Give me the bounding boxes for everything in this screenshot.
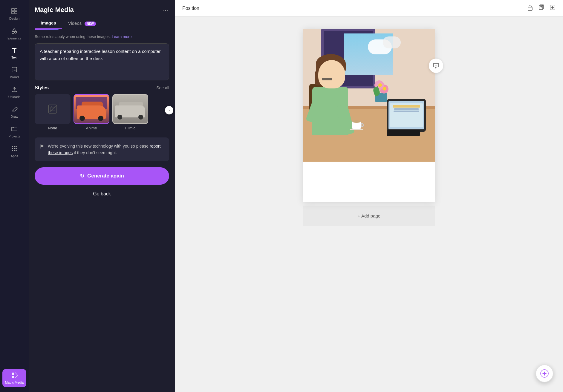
sidebar-item-projects[interactable]: Projects [2,122,26,141]
svg-rect-3 [15,11,17,14]
canvas-whitespace [303,162,435,202]
text-icon: T [12,47,17,54]
sidebar-item-draw-label: Draw [10,115,18,118]
svg-point-8 [12,146,13,147]
illustration-flower-center-1 [383,87,386,91]
sidebar-item-brand[interactable]: CO Brand [2,63,26,82]
add-page-button[interactable]: + Add page [358,213,380,218]
tab-videos-label: Videos [68,21,82,26]
tab-images[interactable]: Images [35,17,62,29]
style-item-filmic[interactable]: Filmic [112,94,148,130]
sidebar-item-text-label: Text [11,56,17,59]
go-back-button[interactable]: Go back [35,188,169,200]
svg-rect-0 [12,8,14,11]
styles-carousel: None Anime [35,94,169,130]
generate-again-button[interactable]: ↻ Generate again [35,167,169,185]
anime-thumb-illustration [74,95,109,123]
magic-floating-button[interactable] [536,365,553,382]
illustration-screen-bar-3 [394,111,420,112]
see-all-button[interactable]: See all [156,85,169,90]
svg-rect-17 [12,376,14,378]
style-thumb-anime [74,94,109,124]
sidebar-item-design[interactable]: Design [2,5,26,23]
sidebar-item-brand-label: Brand [10,75,19,79]
uploads-icon [11,86,18,94]
sidebar-item-elements[interactable]: Elements [2,24,26,43]
copy-to-page-icon[interactable] [538,4,544,12]
svg-rect-4 [12,31,14,33]
style-label-filmic: Filmic [125,126,135,130]
svg-point-9 [14,146,15,147]
refresh-icon: ↻ [80,173,84,179]
style-label-none: None [48,126,57,130]
learn-more-link[interactable]: Learn more [112,34,131,39]
svg-point-15 [14,150,15,151]
styles-title: Styles [35,85,49,91]
canvas-document [303,29,435,202]
prompt-input[interactable] [40,48,164,75]
illustration-cloud-2 [383,36,401,48]
magic-media-panel: Magic Media ··· Images Videos NEW Some r… [29,0,175,392]
sidebar-item-uploads[interactable]: Uploads [2,83,26,102]
style-item-none[interactable]: None [35,94,71,130]
sidebar-item-apps[interactable]: Apps [2,142,26,161]
magic-media-icon [11,372,18,379]
svg-point-21 [51,107,52,108]
top-bar-icons [527,4,556,12]
svg-rect-1 [15,8,17,11]
style-label-anime: Anime [86,126,97,130]
flag-icon: ⚑ [39,143,44,150]
add-page-bar[interactable]: + Add page [303,206,435,226]
illustration-sky [344,33,393,75]
illustration-screen-content [390,103,423,127]
svg-point-13 [16,148,17,149]
sidebar-item-projects-label: Projects [8,134,20,138]
svg-point-10 [16,146,17,147]
position-label: Position [182,6,199,11]
illustration-screen-bar-2 [394,108,419,110]
projects-icon [11,125,18,133]
notice-text: We're evolving this new technology with … [48,143,164,156]
panel-more-button[interactable]: ··· [162,7,169,13]
tab-videos[interactable]: Videos NEW [62,18,102,29]
canvas-viewport: + Add page [175,17,563,392]
sidebar-item-draw[interactable]: Draw [2,103,26,121]
svg-text:CO: CO [13,68,17,72]
svg-point-11 [12,148,13,149]
design-icon [11,8,18,16]
sidebar-item-design-label: Design [9,17,19,20]
style-item-anime[interactable]: Anime [74,94,109,130]
sidebar-item-magic-media-label: Magic Media [5,381,24,384]
illustration-cup-handle [361,123,364,127]
svg-point-14 [12,150,13,151]
new-badge: NEW [85,22,96,26]
notice-text-before: We're evolving this new technology with … [48,144,150,148]
style-thumb-none [35,94,71,124]
styles-section: Styles See all None [29,85,175,135]
notice-text-after: if they don't seem right. [73,150,117,155]
comment-plus-button[interactable] [429,59,443,73]
rule-text: Some rules apply when using these images… [29,30,175,42]
sidebar-item-text[interactable]: T Text [2,44,26,62]
sidebar-item-magic-media[interactable]: Magic Media [2,369,26,387]
prompt-box [35,43,169,80]
generate-again-label: Generate again [87,173,124,179]
carousel-next-button[interactable]: › [165,106,173,114]
add-page-section: + Add page [303,206,435,226]
illustration-glasses [322,78,332,80]
svg-rect-18 [12,373,14,375]
brand-icon: CO [11,66,18,74]
illustration-screen-bar-1 [393,105,420,108]
svg-rect-2 [12,11,14,14]
add-to-page-icon[interactable] [549,4,556,12]
panel-header: Magic Media ··· [29,0,175,17]
apps-icon [11,145,18,153]
canvas-image[interactable] [303,29,435,162]
filmic-wheel-right [138,115,143,120]
tab-row: Images Videos NEW [29,17,175,29]
sidebar-item-uploads-label: Uploads [8,95,20,99]
lock-icon[interactable] [527,4,533,12]
panel-title: Magic Media [35,6,74,14]
canvas-area: Position [175,0,563,392]
svg-point-12 [14,148,15,149]
